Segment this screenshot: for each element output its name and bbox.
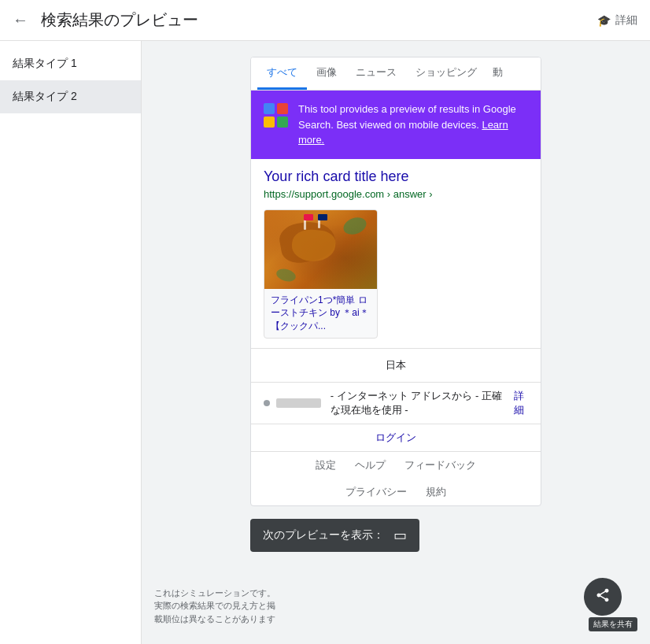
search-tabs: すべて 画像 ニュース ショッピング 動 (251, 57, 541, 91)
feedback-link[interactable]: フィードバック (404, 458, 476, 472)
rich-result: Your rich card title here https://suppor… (251, 159, 541, 349)
bottom-bar: 次のプレビューを表示： ▭ (250, 519, 541, 552)
tab-shopping[interactable]: ショッピング (406, 57, 486, 90)
next-preview-label: 次のプレビューを表示： (263, 528, 384, 542)
privacy-row: プライバシー 規約 (251, 479, 541, 505)
rich-result-url: https://support.google.com › answer › (264, 188, 528, 200)
recipe-card[interactable]: フライパン1つ*簡単 ローストチキン by ＊ai＊ 【クックパ... (264, 209, 378, 339)
sidebar-item-result-type-2[interactable]: 結果タイプ 2 (0, 80, 141, 113)
location-source-text: - インターネット アドレスから - 正確な現在地を使用 - (331, 389, 508, 417)
settings-link[interactable]: 設定 (316, 458, 336, 472)
banner-text: This tool provides a preview of results … (298, 102, 528, 148)
location-blurred-text (276, 398, 321, 408)
terms-link[interactable]: 規約 (426, 485, 446, 499)
location-row: - インターネット アドレスから - 正確な現在地を使用 - 詳細 (251, 382, 541, 424)
page-title: 検索結果のプレビュー (41, 9, 597, 31)
graduation-icon: 🎓 (597, 14, 611, 27)
rich-result-title[interactable]: Your rich card title here (264, 168, 528, 185)
content-area: すべて 画像 ニュース ショッピング 動 This tool provides … (142, 41, 650, 644)
recipe-image (264, 210, 378, 289)
back-button[interactable]: ← (13, 11, 28, 29)
share-icon (595, 587, 611, 607)
tab-all[interactable]: すべて (257, 57, 307, 90)
detail-button[interactable]: 🎓 詳細 (597, 13, 637, 28)
sidebar-item-result-type-1[interactable]: 結果タイプ 1 (0, 47, 141, 80)
tab-news[interactable]: ニュース (346, 57, 406, 90)
recipe-title: フライパン1つ*簡単 ローストチキン by ＊ai＊ 【クックパ... (264, 289, 377, 338)
header: ← 検索結果のプレビュー 🎓 詳細 (0, 0, 650, 41)
detail-label: 詳細 (615, 13, 637, 28)
tab-more[interactable]: 動 (486, 57, 509, 90)
location-detail-link[interactable]: 詳細 (514, 389, 528, 417)
next-preview-button[interactable]: 次のプレビューを表示： ▭ (250, 519, 419, 552)
help-link[interactable]: ヘルプ (355, 458, 386, 472)
preview-panel: すべて 画像 ニュース ショッピング 動 This tool provides … (250, 57, 541, 506)
location-label: 日本 (251, 349, 541, 382)
main-layout: 結果タイプ 1 結果タイプ 2 すべて 画像 ニュース ショッピング 動 (0, 41, 650, 644)
privacy-link[interactable]: プライバシー (345, 485, 407, 499)
banner: This tool provides a preview of results … (251, 91, 541, 159)
share-container: 結果を共有 (589, 617, 637, 631)
settings-row: 設定 ヘルプ フィードバック (251, 451, 541, 479)
share-label: 結果を共有 (589, 617, 637, 631)
login-link[interactable]: ログイン (251, 424, 541, 451)
mobile-device-icon: ▭ (393, 527, 407, 544)
simulation-note: これはシミュレーションです。実際の検索結果での見え方と掲載順位は異なることがあり… (154, 587, 276, 626)
sidebar: 結果タイプ 1 結果タイプ 2 (0, 41, 142, 644)
location-dot-icon (264, 400, 270, 406)
tab-images[interactable]: 画像 (307, 57, 346, 90)
share-button[interactable] (584, 578, 622, 616)
google-grid-icon (264, 103, 289, 128)
